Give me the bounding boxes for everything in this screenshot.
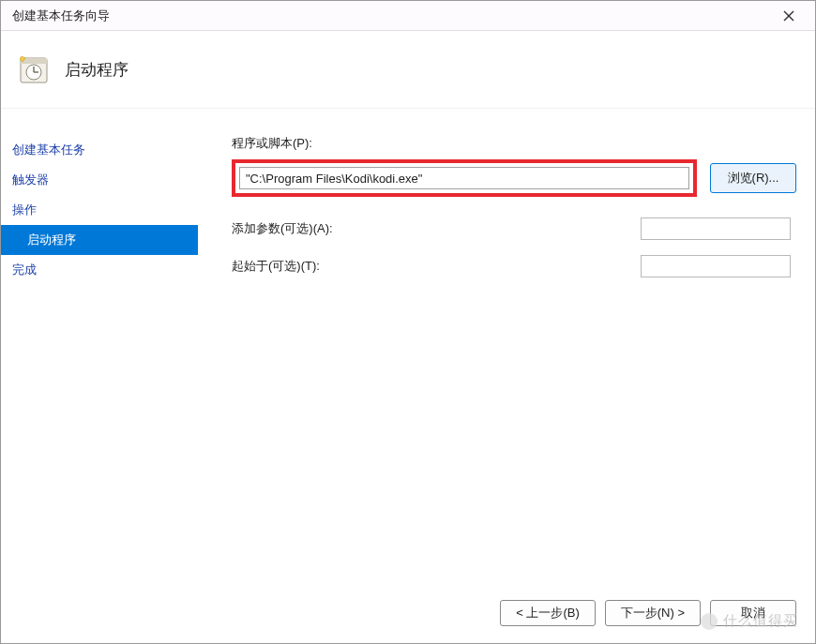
- args-input[interactable]: [641, 217, 791, 240]
- startin-row: 起始于(可选)(T):: [232, 255, 796, 277]
- program-row: 浏览(R)...: [232, 159, 796, 197]
- browse-button[interactable]: 浏览(R)...: [710, 163, 796, 193]
- wizard-sidebar: 创建基本任务 触发器 操作 启动程序 完成: [1, 109, 198, 643]
- back-button[interactable]: < 上一步(B): [500, 600, 596, 626]
- footer-buttons: < 上一步(B) 下一步(N) > 取消: [500, 600, 796, 626]
- close-button[interactable]: [770, 3, 808, 29]
- cancel-button[interactable]: 取消: [710, 600, 796, 626]
- sidebar-item-finish[interactable]: 完成: [1, 255, 198, 285]
- program-script-label: 程序或脚本(P):: [232, 135, 796, 152]
- program-input-highlight: [232, 159, 697, 197]
- next-button[interactable]: 下一步(N) >: [605, 600, 701, 626]
- wizard-icon: [18, 53, 50, 85]
- startin-label: 起始于(可选)(T):: [232, 258, 348, 275]
- page-title: 启动程序: [65, 59, 128, 81]
- sidebar-item-trigger[interactable]: 触发器: [1, 165, 198, 195]
- content-area: 创建基本任务 触发器 操作 启动程序 完成 程序或脚本(P): 浏览(R)...…: [1, 108, 815, 643]
- window-title: 创建基本任务向导: [12, 7, 110, 24]
- close-icon: [783, 10, 794, 22]
- sidebar-item-action[interactable]: 操作: [1, 195, 198, 225]
- main-panel: 程序或脚本(P): 浏览(R)... 添加参数(可选)(A): 起始于(可选)(…: [198, 109, 815, 643]
- wizard-window: 创建基本任务向导 启动程序 创建基本任务 触发器 操作 启动程序 完成: [0, 0, 816, 644]
- titlebar: 创建基本任务向导: [1, 1, 815, 31]
- program-script-input[interactable]: [239, 167, 689, 189]
- args-row: 添加参数(可选)(A):: [232, 217, 796, 240]
- header: 启动程序: [1, 31, 815, 108]
- sidebar-item-start-program[interactable]: 启动程序: [1, 225, 198, 255]
- args-label: 添加参数(可选)(A):: [232, 220, 348, 237]
- startin-input[interactable]: [641, 255, 791, 277]
- sidebar-item-create-task[interactable]: 创建基本任务: [1, 135, 198, 165]
